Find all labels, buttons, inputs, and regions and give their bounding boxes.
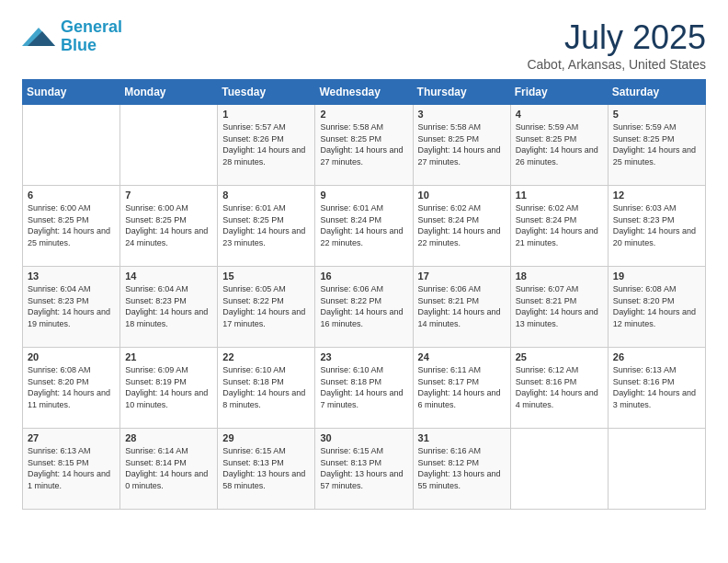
calendar-cell: 18Sunrise: 6:07 AM Sunset: 8:21 PM Dayli…: [510, 267, 608, 348]
calendar-cell: 2Sunrise: 5:58 AM Sunset: 8:25 PM Daylig…: [315, 105, 413, 186]
cell-info: Sunrise: 6:15 AM Sunset: 8:13 PM Dayligh…: [320, 445, 407, 491]
day-number: 12: [613, 190, 700, 201]
location-subtitle: Cabot, Arkansas, United States: [527, 57, 706, 72]
day-number: 24: [418, 351, 506, 362]
day-number: 25: [516, 351, 603, 362]
column-header-thursday: Thursday: [413, 80, 510, 105]
day-number: 31: [418, 432, 506, 443]
day-number: 19: [613, 270, 700, 282]
calendar-cell: [120, 105, 218, 186]
calendar-cell: 8Sunrise: 6:01 AM Sunset: 8:25 PM Daylig…: [218, 186, 315, 267]
cell-info: Sunrise: 6:00 AM Sunset: 8:25 PM Dayligh…: [125, 202, 212, 248]
calendar-cell: 29Sunrise: 6:15 AM Sunset: 8:13 PM Dayli…: [218, 429, 315, 510]
day-number: 16: [320, 270, 407, 282]
day-number: 8: [222, 190, 310, 201]
week-row-3: 13Sunrise: 6:04 AM Sunset: 8:23 PM Dayli…: [23, 267, 706, 348]
cell-info: Sunrise: 6:13 AM Sunset: 8:15 PM Dayligh…: [28, 445, 115, 491]
cell-info: Sunrise: 6:08 AM Sunset: 8:20 PM Dayligh…: [613, 283, 700, 329]
cell-info: Sunrise: 6:01 AM Sunset: 8:24 PM Dayligh…: [320, 202, 407, 248]
cell-info: Sunrise: 6:02 AM Sunset: 8:24 PM Dayligh…: [516, 202, 603, 248]
week-row-4: 20Sunrise: 6:08 AM Sunset: 8:20 PM Dayli…: [23, 348, 706, 429]
day-number: 1: [222, 109, 310, 120]
calendar-cell: [608, 429, 705, 510]
cell-info: Sunrise: 6:11 AM Sunset: 8:17 PM Dayligh…: [418, 364, 506, 410]
calendar-cell: 20Sunrise: 6:08 AM Sunset: 8:20 PM Dayli…: [23, 348, 120, 429]
calendar-cell: 26Sunrise: 6:13 AM Sunset: 8:16 PM Dayli…: [608, 348, 705, 429]
day-number: 15: [222, 270, 310, 282]
cell-info: Sunrise: 6:05 AM Sunset: 8:22 PM Dayligh…: [222, 283, 310, 329]
calendar-cell: 14Sunrise: 6:04 AM Sunset: 8:23 PM Dayli…: [120, 267, 218, 348]
day-number: 27: [28, 432, 115, 443]
cell-info: Sunrise: 5:59 AM Sunset: 8:25 PM Dayligh…: [516, 121, 603, 167]
day-number: 4: [516, 109, 603, 120]
cell-info: Sunrise: 6:10 AM Sunset: 8:18 PM Dayligh…: [222, 364, 310, 410]
cell-info: Sunrise: 6:03 AM Sunset: 8:23 PM Dayligh…: [613, 202, 700, 248]
cell-info: Sunrise: 6:08 AM Sunset: 8:20 PM Dayligh…: [28, 364, 115, 410]
header-row: SundayMondayTuesdayWednesdayThursdayFrid…: [23, 80, 706, 105]
calendar-cell: 16Sunrise: 6:06 AM Sunset: 8:22 PM Dayli…: [315, 267, 413, 348]
day-number: 21: [125, 351, 212, 362]
logo: General Blue: [22, 18, 122, 55]
calendar-cell: 4Sunrise: 5:59 AM Sunset: 8:25 PM Daylig…: [510, 105, 608, 186]
calendar-cell: 13Sunrise: 6:04 AM Sunset: 8:23 PM Dayli…: [23, 267, 120, 348]
day-number: 13: [28, 270, 115, 282]
column-header-friday: Friday: [510, 80, 608, 105]
cell-info: Sunrise: 6:02 AM Sunset: 8:24 PM Dayligh…: [418, 202, 506, 248]
cell-info: Sunrise: 6:04 AM Sunset: 8:23 PM Dayligh…: [125, 283, 212, 329]
cell-info: Sunrise: 5:57 AM Sunset: 8:26 PM Dayligh…: [222, 121, 310, 167]
day-number: 29: [222, 432, 310, 443]
calendar-cell: 30Sunrise: 6:15 AM Sunset: 8:13 PM Dayli…: [315, 429, 413, 510]
cell-info: Sunrise: 5:58 AM Sunset: 8:25 PM Dayligh…: [320, 121, 407, 167]
day-number: 11: [516, 190, 603, 201]
day-number: 14: [125, 270, 212, 282]
calendar-cell: 23Sunrise: 6:10 AM Sunset: 8:18 PM Dayli…: [315, 348, 413, 429]
day-number: 9: [320, 190, 407, 201]
day-number: 20: [28, 351, 115, 362]
cell-info: Sunrise: 6:07 AM Sunset: 8:21 PM Dayligh…: [516, 283, 603, 329]
calendar-cell: [510, 429, 608, 510]
day-number: 28: [125, 432, 212, 443]
calendar-cell: 24Sunrise: 6:11 AM Sunset: 8:17 PM Dayli…: [413, 348, 510, 429]
cell-info: Sunrise: 6:01 AM Sunset: 8:25 PM Dayligh…: [222, 202, 310, 248]
calendar-cell: 15Sunrise: 6:05 AM Sunset: 8:22 PM Dayli…: [218, 267, 315, 348]
calendar-cell: 21Sunrise: 6:09 AM Sunset: 8:19 PM Dayli…: [120, 348, 218, 429]
calendar-cell: 5Sunrise: 5:59 AM Sunset: 8:25 PM Daylig…: [608, 105, 705, 186]
calendar-cell: 9Sunrise: 6:01 AM Sunset: 8:24 PM Daylig…: [315, 186, 413, 267]
calendar-cell: 6Sunrise: 6:00 AM Sunset: 8:25 PM Daylig…: [23, 186, 120, 267]
cell-info: Sunrise: 6:06 AM Sunset: 8:21 PM Dayligh…: [418, 283, 506, 329]
cell-info: Sunrise: 6:13 AM Sunset: 8:16 PM Dayligh…: [613, 364, 700, 410]
logo-line1: General: [61, 17, 122, 36]
logo-icon: [22, 24, 55, 50]
column-header-monday: Monday: [120, 80, 218, 105]
logo-text: General Blue: [61, 18, 122, 55]
calendar-cell: 17Sunrise: 6:06 AM Sunset: 8:21 PM Dayli…: [413, 267, 510, 348]
title-block: July 2025 Cabot, Arkansas, United States: [527, 18, 706, 72]
cell-info: Sunrise: 6:12 AM Sunset: 8:16 PM Dayligh…: [516, 364, 603, 410]
day-number: 22: [222, 351, 310, 362]
cell-info: Sunrise: 6:00 AM Sunset: 8:25 PM Dayligh…: [28, 202, 115, 248]
cell-info: Sunrise: 5:58 AM Sunset: 8:25 PM Dayligh…: [418, 121, 506, 167]
page-header: General Blue July 2025 Cabot, Arkansas, …: [22, 18, 706, 72]
day-number: 23: [320, 351, 407, 362]
cell-info: Sunrise: 6:06 AM Sunset: 8:22 PM Dayligh…: [320, 283, 407, 329]
calendar-cell: 7Sunrise: 6:00 AM Sunset: 8:25 PM Daylig…: [120, 186, 218, 267]
cell-info: Sunrise: 5:59 AM Sunset: 8:25 PM Dayligh…: [613, 121, 700, 167]
cell-info: Sunrise: 6:14 AM Sunset: 8:14 PM Dayligh…: [125, 445, 212, 491]
calendar-cell: 11Sunrise: 6:02 AM Sunset: 8:24 PM Dayli…: [510, 186, 608, 267]
calendar-cell: 3Sunrise: 5:58 AM Sunset: 8:25 PM Daylig…: [413, 105, 510, 186]
cell-info: Sunrise: 6:15 AM Sunset: 8:13 PM Dayligh…: [222, 445, 310, 491]
calendar-cell: 25Sunrise: 6:12 AM Sunset: 8:16 PM Dayli…: [510, 348, 608, 429]
calendar-cell: 22Sunrise: 6:10 AM Sunset: 8:18 PM Dayli…: [218, 348, 315, 429]
day-number: 3: [418, 109, 506, 120]
calendar-table: SundayMondayTuesdayWednesdayThursdayFrid…: [22, 79, 706, 510]
day-number: 7: [125, 190, 212, 201]
calendar-cell: 28Sunrise: 6:14 AM Sunset: 8:14 PM Dayli…: [120, 429, 218, 510]
day-number: 5: [613, 109, 700, 120]
cell-info: Sunrise: 6:09 AM Sunset: 8:19 PM Dayligh…: [125, 364, 212, 410]
calendar-cell: 1Sunrise: 5:57 AM Sunset: 8:26 PM Daylig…: [218, 105, 315, 186]
month-title: July 2025: [527, 18, 706, 57]
column-header-saturday: Saturday: [608, 80, 705, 105]
day-number: 2: [320, 109, 407, 120]
day-number: 17: [418, 270, 506, 282]
cell-info: Sunrise: 6:04 AM Sunset: 8:23 PM Dayligh…: [28, 283, 115, 329]
